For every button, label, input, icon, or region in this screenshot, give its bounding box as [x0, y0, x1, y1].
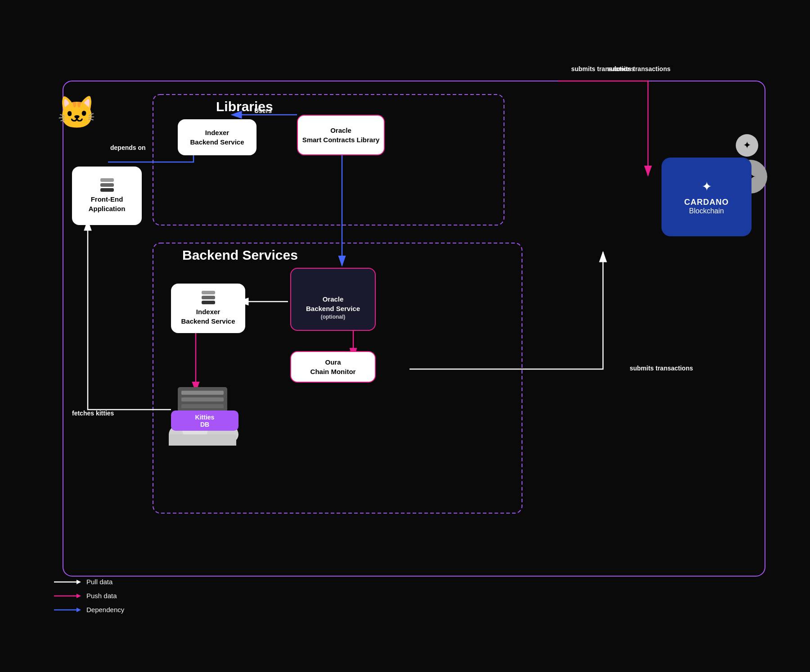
submits-transactions-label-1: submits transactions — [607, 65, 670, 72]
dependency-label: Dependency — [86, 606, 124, 613]
cardano-icon: ✦ — [702, 179, 712, 194]
submits-transactions-label-2: submits transactions — [630, 365, 693, 372]
kitties-db-label-2: DB — [200, 421, 209, 428]
frontend-icon — [100, 178, 114, 192]
frontend-label-1: Front-End — [91, 194, 123, 204]
oracle-backend-label-1: Oracle — [323, 294, 344, 304]
svg-marker-16 — [76, 608, 81, 612]
legend: Pull data Push data Dependency — [54, 578, 124, 613]
oracle-lib-label-1: Oracle — [330, 126, 351, 135]
oracle-backend-label-3: (optional) — [321, 313, 346, 321]
svg-rect-5 — [153, 95, 504, 225]
svg-rect-10 — [169, 434, 236, 446]
pull-data-arrow-icon — [54, 578, 81, 586]
pull-data-label: Pull data — [86, 578, 112, 586]
indexer-backend-node: Indexer Backend Service — [171, 284, 245, 333]
oracle-backend-label-2: Backend Service — [306, 304, 360, 313]
indexer-lib-label-2: Backend Service — [190, 137, 244, 147]
cardano-circle-top: ✦ — [736, 134, 758, 157]
backend-section-label: Backend Services — [182, 248, 298, 263]
kitties-db-label-1: Kitties — [195, 414, 215, 421]
oracle-lib-label-2: Smart Contracts Library — [302, 135, 380, 144]
arrows-svg — [18, 23, 792, 649]
cardano-blockchain-node: ✦ CARDANO Blockchain — [662, 158, 752, 236]
legend-dependency: Dependency — [54, 606, 124, 613]
svg-marker-14 — [76, 594, 81, 598]
oracle-backend-node: Oracle Backend Service (optional) — [290, 268, 376, 331]
push-data-label: Push data — [86, 592, 117, 600]
indexer-backend-icon — [202, 291, 215, 304]
indexer-backend-label-1: Indexer — [196, 307, 220, 316]
kitties-db-node: Kitties DB — [171, 410, 238, 431]
dependency-arrow-icon — [54, 606, 81, 613]
indexer-backend-label-2: Backend Service — [181, 316, 235, 326]
cardano-label-2: Blockchain — [689, 207, 724, 215]
depends-on-label: depends on — [110, 144, 146, 151]
legend-push-data: Push data — [54, 592, 124, 600]
push-data-arrow-icon — [54, 592, 81, 600]
indexer-library-node: Indexer Backend Service — [178, 119, 256, 155]
cardano-label-1: CARDANO — [684, 198, 729, 207]
users-label: Users — [254, 107, 272, 114]
oura-label-2: Chain Monitor — [310, 367, 356, 376]
frontend-label-2: Application — [89, 204, 126, 213]
server-rack — [178, 387, 227, 412]
oura-label-1: Oura — [325, 357, 341, 367]
cat-character: 🐱 — [58, 95, 94, 131]
svg-rect-4 — [63, 81, 765, 576]
svg-marker-12 — [76, 580, 81, 584]
indexer-lib-label-1: Indexer — [205, 128, 229, 137]
diagram-container: submits transactions submits transaction… — [18, 23, 792, 649]
oracle-backend-icon — [326, 278, 340, 292]
frontend-app-node: Front-End Application — [72, 167, 142, 225]
fetches-kitties-label: fetches kitties — [72, 410, 114, 417]
oracle-library-node: Oracle Smart Contracts Library — [297, 115, 385, 155]
oura-chain-monitor-node: Oura Chain Monitor — [290, 351, 376, 383]
legend-pull-data: Pull data — [54, 578, 124, 586]
